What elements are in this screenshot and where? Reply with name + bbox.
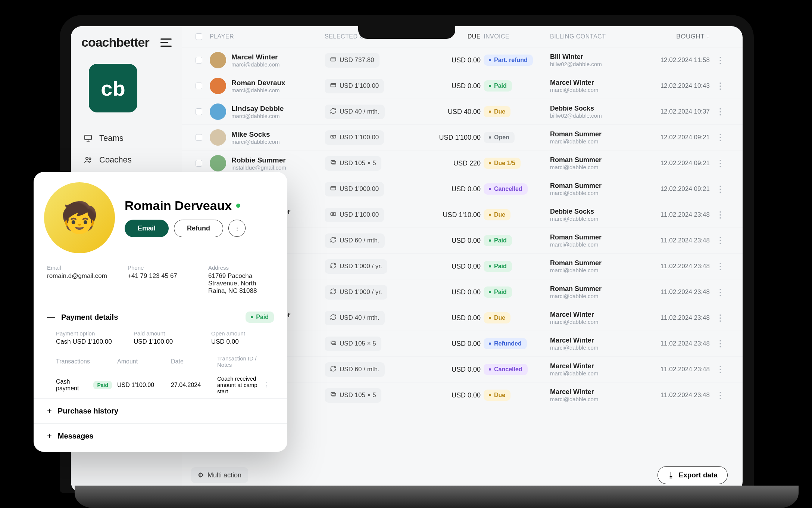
payment-details-toggle[interactable]: —Payment details Paid	[34, 304, 287, 330]
transaction-status-badge: Paid	[93, 381, 112, 389]
contact-name: Roman Summer	[550, 156, 632, 164]
row-more-button[interactable]: ⋮	[713, 261, 728, 272]
more-actions-button[interactable]: ⋮	[228, 220, 246, 237]
selected-option-chip: USD 40 / mth.	[325, 311, 385, 325]
due-amount: USD 0.00	[413, 288, 481, 296]
bought-time: 12.02.2024 10:43	[635, 82, 710, 90]
invoice-status-badge: Paid	[484, 286, 512, 298]
invoice-status-badge: Paid	[484, 80, 512, 92]
player-name: Robbie Summer	[231, 156, 286, 164]
sidebar-item-teams[interactable]: Teams	[81, 127, 172, 149]
player-name: Roman Devraux	[231, 79, 285, 87]
refund-button[interactable]: Refund	[174, 220, 223, 237]
row-more-button[interactable]: ⋮	[713, 235, 728, 246]
row-more-button[interactable]: ⋮	[713, 364, 728, 375]
invoice-status-badge: Due 1/5	[484, 158, 521, 169]
selected-option-chip: USD 105 × 5	[325, 156, 381, 171]
menu-icon[interactable]	[160, 38, 172, 47]
phone-value: +41 79 123 45 67	[128, 272, 193, 280]
svg-rect-0	[85, 135, 91, 140]
table-row[interactable]: Mike Socks marci@dabble.com USD 1'100.00…	[182, 124, 743, 150]
contact-email: marci@dabble.com	[550, 164, 632, 170]
invoice-status-badge: Due	[484, 209, 510, 220]
contact-name: Bill Winter	[550, 53, 632, 61]
bought-time: 11.02.2024 23:48	[635, 263, 710, 270]
table-row[interactable]: Lindsay Debbie marci@dabble.com USD 40 /…	[182, 99, 743, 124]
bought-time: 12.02.2024 11:58	[635, 56, 710, 64]
messages-toggle[interactable]: +Messages	[34, 424, 287, 448]
row-more-button[interactable]: ⋮	[713, 132, 728, 143]
contact-email: marci@dabble.com	[550, 138, 632, 145]
due-amount: USD 220	[413, 159, 481, 167]
row-more-button[interactable]: ⋮	[713, 313, 728, 323]
contact-name: Marcel Winter	[550, 311, 632, 319]
col-player[interactable]: PLAYER	[210, 33, 322, 40]
expand-icon: +	[47, 431, 52, 441]
transaction-more-button[interactable]: ⋮	[263, 381, 274, 388]
col-contact[interactable]: BILLING CONTACT	[550, 33, 632, 40]
payment-status-badge: Paid	[246, 312, 274, 323]
due-amount: USD 0.00	[413, 185, 481, 193]
contact-email: marci@dabble.com	[550, 396, 632, 402]
instalment-icon	[330, 391, 337, 400]
recurring-icon	[330, 262, 337, 271]
col-bought[interactable]: BOUGHT ↓	[635, 33, 710, 40]
selected-option-chip: USD 1'000 / yr.	[325, 259, 387, 274]
bought-time: 11.02.2024 23:48	[635, 340, 710, 347]
payment-option-value: Cash USD 1'100.00	[56, 338, 119, 346]
bought-time: 11.02.2024 23:48	[635, 314, 710, 322]
player-name: Mike Socks	[231, 130, 279, 139]
col-invoice[interactable]: INVOICE	[484, 33, 547, 40]
multi-action-button[interactable]: ⚙ Multi action	[191, 467, 248, 483]
card-icon	[330, 82, 337, 90]
contact-name: Marcel Winter	[550, 388, 632, 396]
invoice-status-badge: Due	[484, 390, 510, 401]
select-all-checkbox[interactable]	[196, 33, 202, 40]
table-header: PLAYER SELECTED OPTION DUE INVOICE BILLI…	[182, 26, 743, 47]
cash-icon	[330, 211, 337, 219]
org-logo[interactable]: cb	[89, 64, 137, 112]
paid-amount-value: USD 1'100.00	[134, 338, 196, 346]
player-avatar	[210, 52, 226, 68]
email-button[interactable]: Email	[125, 220, 169, 237]
row-more-button[interactable]: ⋮	[713, 338, 728, 349]
svg-point-1	[86, 157, 88, 159]
player-email: marci@dabble.com	[231, 61, 279, 68]
bought-time: 12.02.2024 09:21	[635, 134, 710, 141]
selected-option-chip: USD 105 × 5	[325, 388, 381, 403]
row-more-button[interactable]: ⋮	[713, 55, 728, 65]
contact-name: Marcel Winter	[550, 79, 632, 87]
export-data-button[interactable]: ⭳ Export data	[658, 466, 728, 484]
row-more-button[interactable]: ⋮	[713, 287, 728, 297]
row-checkbox[interactable]	[196, 108, 202, 115]
sidebar-item-coaches[interactable]: Coaches	[81, 149, 172, 171]
row-more-button[interactable]: ⋮	[713, 184, 728, 194]
due-amount: USD 1'100.00	[413, 134, 481, 142]
contact-email: billw02@dabble.com	[550, 61, 632, 67]
invoice-status-badge: Due	[484, 312, 510, 323]
invoice-status-badge: Cancelled	[484, 364, 528, 375]
selected-option-chip: USD 105 × 5	[325, 337, 381, 351]
monitor-icon	[84, 134, 93, 143]
row-more-button[interactable]: ⋮	[713, 158, 728, 168]
invoice-status-badge: Due	[484, 106, 510, 117]
selected-option-chip: USD 60 / mth.	[325, 362, 385, 377]
row-checkbox[interactable]	[196, 83, 202, 89]
row-more-button[interactable]: ⋮	[713, 106, 728, 117]
player-email: marci@dabble.com	[231, 113, 284, 119]
row-checkbox[interactable]	[196, 134, 202, 141]
row-more-button[interactable]: ⋮	[713, 210, 728, 220]
contact-email: marci@dabble.com	[550, 293, 632, 299]
due-amount: USD 0.00	[413, 263, 481, 270]
row-checkbox[interactable]	[196, 57, 202, 64]
table-row[interactable]: Roman Devraux marci@dabble.com USD 1'100…	[182, 73, 743, 99]
table-row[interactable]: Marcel Winter marci@dabble.com USD 737.8…	[182, 47, 743, 73]
row-more-button[interactable]: ⋮	[713, 81, 728, 91]
purchase-history-toggle[interactable]: +Purchase history	[34, 399, 287, 423]
row-checkbox[interactable]	[196, 160, 202, 167]
address-value: 61769 Pacocha Stravenue, North Raina, NC…	[208, 272, 274, 295]
player-email: installdue@gmail.com	[231, 164, 286, 171]
row-more-button[interactable]: ⋮	[713, 390, 728, 400]
address-label: Address	[208, 264, 274, 271]
contact-email: marci@dabble.com	[550, 319, 632, 325]
